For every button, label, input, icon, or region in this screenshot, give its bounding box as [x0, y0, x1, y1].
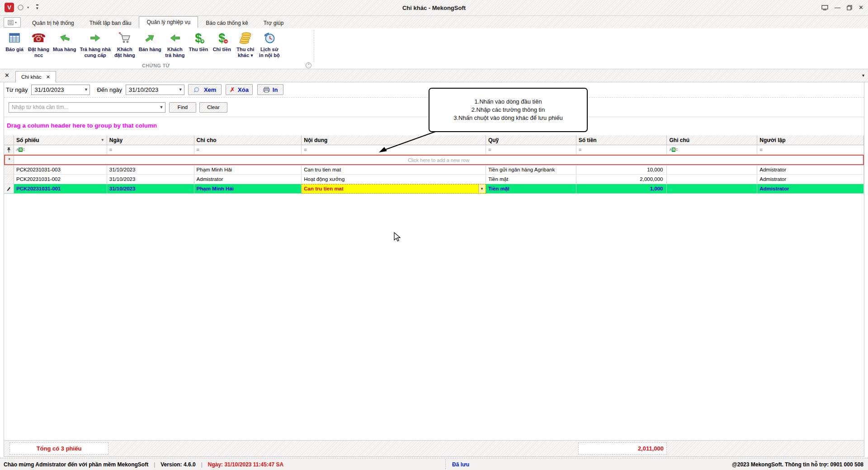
- cell-chi-cho[interactable]: Phạm Minh Hải: [194, 165, 302, 175]
- cell-noi-dung[interactable]: Can tru tien mat: [302, 165, 486, 175]
- record-count: Tổng có 3 phiếu: [9, 442, 108, 455]
- cell-ghi-chu[interactable]: [667, 184, 757, 194]
- cell-ngay[interactable]: 31/10/2023: [107, 175, 194, 184]
- phone-icon: ☎: [31, 30, 46, 46]
- equals-filter-icon: =: [304, 147, 307, 152]
- group-by-panel[interactable]: Drag a column header here to group by th…: [7, 122, 157, 129]
- close-all-tabs-icon[interactable]: ✕: [5, 72, 9, 79]
- cell-so-phieu[interactable]: PCK20231031-002: [14, 175, 107, 184]
- tab-scroll-button[interactable]: ▾: [862, 73, 864, 78]
- khach-tra-hang-button[interactable]: Khách trả hàng: [163, 29, 187, 58]
- pencil-edit-icon: [6, 186, 11, 191]
- document-tab-chi-khac[interactable]: Chi khác ✕: [15, 71, 56, 82]
- minimize-button[interactable]: —: [835, 3, 840, 12]
- delete-button[interactable]: ✗ Xóa: [226, 84, 253, 95]
- khach-dat-hang-button[interactable]: Khách đặt hàng: [113, 29, 137, 58]
- ribbon-tab-quan-ly-nghiep-vu[interactable]: Quản lý nghiệp vụ: [139, 16, 198, 28]
- dollar-minus-icon: $−: [218, 30, 225, 46]
- print-button[interactable]: In: [257, 84, 283, 95]
- right-arrow-icon: [89, 30, 102, 46]
- column-header-ghi-chu[interactable]: Ghi chú: [667, 135, 757, 145]
- table-row-selected[interactable]: PCK20231031-001 31/10/2023 Phạm Minh Hải…: [4, 184, 864, 194]
- ribbon-tab-thiet-lap-ban-dau[interactable]: Thiết lập ban đầu: [82, 17, 139, 28]
- cell-noi-dung-editing[interactable]: Can tru tien mat ▼: [302, 184, 486, 194]
- view-button[interactable]: Xem: [188, 84, 222, 95]
- column-header-so-phieu[interactable]: Số phiếu ▼: [14, 135, 107, 145]
- search-input[interactable]: [9, 104, 158, 110]
- equals-filter-icon: =: [488, 147, 491, 152]
- ban-hang-button[interactable]: Bán hàng: [137, 29, 163, 58]
- cell-quy[interactable]: Tiền mặt: [486, 184, 576, 194]
- close-button[interactable]: ✕: [859, 3, 863, 12]
- cell-quy[interactable]: Tiền gửi ngân hàng Agribank: [486, 165, 576, 175]
- filter-row-indicator: [4, 145, 14, 155]
- lich-su-in-noi-bo-button[interactable]: Lịch sử in nội bộ: [257, 29, 282, 58]
- filter-cell-so-phieu[interactable]: ABC: [14, 145, 107, 155]
- column-header-so-tien[interactable]: Số tiền: [576, 135, 667, 145]
- grid-new-row[interactable]: * Click here to add a new row: [4, 155, 864, 165]
- cell-ghi-chu[interactable]: [667, 165, 757, 175]
- column-header-quy[interactable]: Quỹ: [486, 135, 576, 145]
- tra-hang-ncc-button[interactable]: Trả hàng nhà cung cấp: [78, 29, 112, 58]
- ribbon-tab-quan-tri-he-thong[interactable]: Quản trị hệ thống: [24, 17, 82, 28]
- thu-chi-khac-button[interactable]: Thu chi khác ▾: [234, 29, 257, 58]
- column-header-nguoi-lap[interactable]: Người lập: [757, 135, 864, 145]
- application-menu-button[interactable]: ▾: [4, 17, 21, 28]
- clear-button[interactable]: Clear: [199, 102, 227, 113]
- pin-icon: [7, 147, 11, 153]
- ribbon-toolbar: Báo giá ☎ Đặt hàng ncc Mua hàng Trả hàng…: [0, 28, 868, 69]
- filter-cell-chi-cho[interactable]: =: [194, 145, 302, 155]
- cell-ngay[interactable]: 31/10/2023: [107, 165, 194, 175]
- cell-chi-cho[interactable]: Admistrator: [194, 175, 302, 184]
- filter-cell-ngay[interactable]: =: [107, 145, 194, 155]
- shopping-cart-icon: [118, 30, 132, 46]
- cell-nguoi-lap[interactable]: Admistrator: [757, 184, 864, 194]
- filter-cell-so-tien[interactable]: =: [576, 145, 667, 155]
- cell-so-phieu[interactable]: PCK20231031-003: [14, 165, 107, 175]
- ribbon-tab-tro-giup[interactable]: Trợ giúp: [256, 17, 292, 28]
- instruction-callout: 1.Nhấn vào dòng đầu tiên 2.Nhập các trườ…: [429, 88, 588, 132]
- list-icon: [8, 20, 14, 25]
- find-button[interactable]: Find: [169, 102, 196, 113]
- from-date-combobox[interactable]: 31/10/2023 ▼: [31, 85, 90, 95]
- bao-gia-button[interactable]: Báo giá: [3, 29, 26, 58]
- mua-hang-button[interactable]: Mua hàng: [51, 29, 78, 58]
- filter-cell-quy[interactable]: =: [486, 145, 576, 155]
- ribbon-tab-bao-cao-thong-ke[interactable]: Báo cáo thống kê: [198, 17, 255, 28]
- close-tab-icon[interactable]: ✕: [46, 74, 50, 80]
- cell-noi-dung[interactable]: Hoạt động xưởng: [302, 175, 486, 184]
- chi-tien-button[interactable]: $− Chi tiền: [210, 29, 234, 58]
- filter-cell-ghi-chu[interactable]: ABC: [667, 145, 757, 155]
- grid-summary-footer: Tổng có 3 phiếu 2,011,000: [4, 440, 864, 456]
- cell-so-tien[interactable]: 10,000: [576, 165, 667, 175]
- table-row[interactable]: PCK20231031-002 31/10/2023 Admistrator H…: [4, 175, 864, 184]
- ribbon-collapse-button[interactable]: ⌃: [306, 62, 311, 68]
- table-row[interactable]: PCK20231031-003 31/10/2023 Phạm Minh Hải…: [4, 165, 864, 175]
- filter-cell-noi-dung[interactable]: =: [302, 145, 486, 155]
- callout-line: 3.Nhấn chuột vào dòng khác để lưu phiếu: [453, 114, 562, 122]
- cell-ngay[interactable]: 31/10/2023: [107, 184, 194, 194]
- column-header-chi-cho[interactable]: Chi cho: [194, 135, 302, 145]
- cell-nguoi-lap[interactable]: Admistrator: [757, 165, 864, 175]
- column-header-ngay[interactable]: Ngày: [107, 135, 194, 145]
- dollar-plus-icon: $+: [195, 30, 202, 46]
- cell-so-tien[interactable]: 1,000: [576, 184, 667, 194]
- from-date-label: Từ ngày: [6, 86, 28, 93]
- cell-nguoi-lap[interactable]: Admistrator: [757, 175, 864, 184]
- restore-button[interactable]: [847, 5, 852, 10]
- chevron-down-icon[interactable]: ▼: [158, 105, 165, 109]
- sort-indicator-icon[interactable]: ▼: [101, 138, 104, 142]
- cell-so-phieu[interactable]: PCK20231031-001: [14, 184, 107, 194]
- cell-chi-cho[interactable]: Phạm Minh Hải: [194, 184, 302, 194]
- cell-quy[interactable]: Tiền mặt: [486, 175, 576, 184]
- thu-tien-button[interactable]: $+ Thu tiền: [187, 29, 210, 58]
- cell-ghi-chu[interactable]: [667, 175, 757, 184]
- display-settings-icon[interactable]: [821, 5, 828, 10]
- column-header-noi-dung[interactable]: Nội dung: [302, 135, 486, 145]
- cell-dropdown-button[interactable]: ▼: [478, 185, 485, 193]
- to-date-combobox[interactable]: 31/10/2023 ▼: [126, 85, 184, 95]
- dat-hang-ncc-button[interactable]: ☎ Đặt hàng ncc: [26, 29, 51, 58]
- filter-cell-nguoi-lap[interactable]: =: [757, 145, 864, 155]
- main-panel: Từ ngày 31/10/2023 ▼ Đến ngày 31/10/2023…: [4, 82, 864, 457]
- cell-so-tien[interactable]: 2,000,000: [576, 175, 667, 184]
